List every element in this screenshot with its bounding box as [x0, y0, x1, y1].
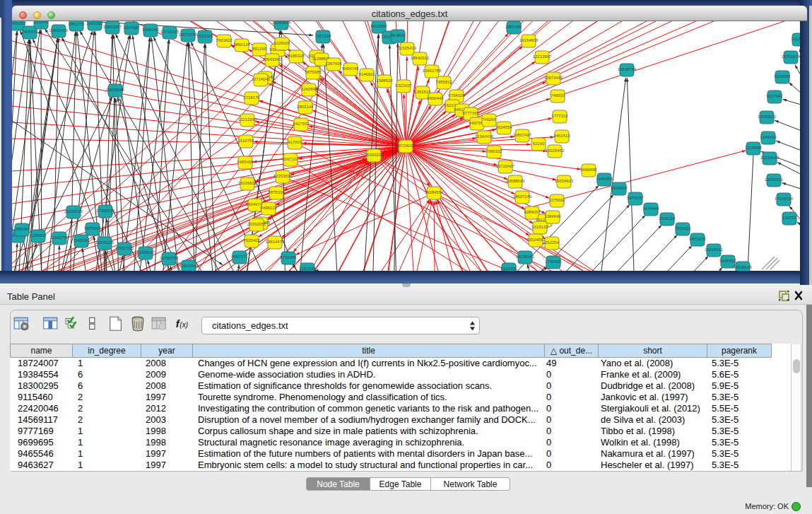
svg-text:10973493: 10973493 — [544, 76, 563, 80]
svg-text:2718170: 2718170 — [243, 95, 260, 100]
svg-text:2367608: 2367608 — [325, 62, 342, 66]
svg-text:18607249: 18607249 — [513, 194, 532, 199]
svg-text:14914479: 14914479 — [266, 240, 285, 244]
svg-text:10853267: 10853267 — [103, 25, 122, 29]
svg-text:2405572: 2405572 — [21, 30, 38, 34]
svg-text:22714041: 22714041 — [252, 77, 271, 81]
svg-text:9461513: 9461513 — [553, 134, 570, 138]
svg-text:62160: 62160 — [533, 141, 545, 146]
svg-text:16210643: 16210643 — [760, 156, 779, 160]
svg-text:13524851: 13524851 — [526, 238, 546, 242]
svg-text:6794028: 6794028 — [448, 93, 465, 98]
svg-text:20691406: 20691406 — [49, 28, 69, 33]
svg-text:10807487: 10807487 — [513, 133, 532, 137]
svg-text:12353594: 12353594 — [273, 174, 293, 178]
svg-text:8454749: 8454749 — [342, 66, 359, 71]
svg-text:9699695: 9699695 — [580, 168, 597, 172]
svg-text:1610755: 1610755 — [237, 139, 254, 143]
svg-text:2887682: 2887682 — [505, 25, 522, 29]
svg-text:12213369: 12213369 — [238, 117, 257, 122]
svg-text:19654923: 19654923 — [555, 179, 574, 183]
svg-text:15720407: 15720407 — [496, 164, 515, 168]
svg-text:20392657: 20392657 — [247, 222, 266, 226]
svg-text:21364436: 21364436 — [475, 134, 494, 139]
svg-text:917006: 917006 — [288, 140, 302, 144]
svg-text:16648784: 16648784 — [618, 67, 637, 71]
svg-text:1145194: 1145194 — [73, 238, 90, 243]
svg-text:9474444: 9474444 — [642, 206, 659, 211]
svg-text:14136141: 14136141 — [516, 255, 535, 259]
svg-text:6879197: 6879197 — [627, 196, 644, 200]
svg-text:2103351: 2103351 — [86, 21, 103, 25]
svg-text:10654112: 10654112 — [705, 247, 724, 252]
svg-text:18724007: 18724007 — [396, 144, 416, 148]
svg-text:19384554: 19384554 — [425, 190, 444, 194]
svg-text:5226055: 5226055 — [273, 41, 290, 45]
svg-text:10719155: 10719155 — [160, 30, 180, 34]
svg-text:12923446: 12923446 — [180, 264, 199, 268]
svg-text:7663822: 7663822 — [216, 38, 233, 42]
svg-text:1244419: 1244419 — [760, 135, 777, 139]
svg-text:3624554: 3624554 — [495, 125, 512, 129]
svg-text:1615132: 1615132 — [531, 225, 548, 229]
svg-text:2935114: 2935114 — [659, 216, 676, 221]
svg-text:1527602: 1527602 — [123, 25, 140, 30]
svg-text:1112674: 1112674 — [792, 37, 800, 41]
svg-text:3267110: 3267110 — [283, 157, 300, 161]
svg-text:1075692: 1075692 — [548, 198, 565, 202]
svg-text:1292344: 1292344 — [299, 267, 316, 271]
svg-text:8471676: 8471676 — [689, 237, 706, 241]
svg-text:252254: 252254 — [545, 240, 560, 245]
svg-text:7632621: 7632621 — [674, 226, 691, 230]
svg-text:10543362: 10543362 — [263, 57, 282, 62]
svg-text:9227342: 9227342 — [766, 94, 783, 98]
svg-text:964506: 964506 — [391, 33, 406, 37]
svg-text:16782759: 16782759 — [160, 256, 179, 260]
svg-text:1588520: 1588520 — [376, 78, 393, 83]
svg-text:9245652: 9245652 — [719, 259, 736, 263]
svg-text:1733426: 1733426 — [545, 259, 562, 264]
svg-text:126753: 126753 — [782, 216, 797, 220]
svg-text:9242848: 9242848 — [300, 87, 317, 91]
svg-text:10958107: 10958107 — [136, 250, 155, 255]
svg-text:29053346: 29053346 — [106, 88, 125, 92]
svg-text:10688609: 10688609 — [506, 179, 525, 183]
svg-text:5975887: 5975887 — [84, 226, 101, 230]
svg-text:7986322: 7986322 — [486, 149, 502, 153]
svg-text:6966160: 6966160 — [142, 28, 159, 32]
svg-text:9146821: 9146821 — [358, 72, 375, 76]
svg-text:6322037: 6322037 — [395, 83, 412, 88]
svg-text:8990448: 8990448 — [427, 96, 444, 100]
svg-text:9777169: 9777169 — [462, 111, 479, 115]
svg-text:1835061: 1835061 — [13, 227, 30, 231]
svg-text:12505135: 12505135 — [95, 240, 114, 245]
svg-text:3215958: 3215958 — [745, 146, 762, 150]
svg-text:12942757: 12942757 — [50, 235, 69, 240]
svg-text:8938923: 8938923 — [611, 186, 628, 190]
svg-text:8813054: 8813054 — [370, 24, 387, 28]
svg-text:(x): (x) — [180, 321, 188, 329]
svg-text:7625402: 7625402 — [243, 238, 260, 243]
svg-text:1403557: 1403557 — [12, 21, 26, 25]
svg-text:209146: 209146 — [34, 21, 49, 24]
svg-text:20206536: 20206536 — [64, 209, 83, 214]
svg-text:12213967: 12213967 — [533, 54, 552, 59]
svg-text:16671355: 16671355 — [179, 33, 198, 37]
svg-text:748500: 748500 — [551, 93, 565, 98]
svg-text:24538166: 24538166 — [734, 265, 753, 269]
svg-text:16154808: 16154808 — [519, 38, 539, 42]
svg-text:9084067: 9084067 — [524, 210, 541, 214]
svg-text:10053809: 10053809 — [272, 21, 291, 25]
svg-text:2803144: 2803144 — [297, 105, 314, 109]
svg-text:5716485: 5716485 — [280, 255, 297, 259]
svg-text:746266: 746266 — [482, 117, 497, 122]
svg-text:9123456: 9123456 — [500, 267, 517, 271]
svg-text:10025453: 10025453 — [546, 148, 565, 153]
svg-text:1965498: 1965498 — [237, 160, 254, 164]
svg-text:9457771: 9457771 — [231, 255, 248, 259]
svg-text:7955812: 7955812 — [435, 80, 452, 84]
svg-text:25300203: 25300203 — [365, 153, 384, 157]
svg-text:1861772: 1861772 — [68, 22, 85, 26]
svg-text:1084646: 1084646 — [544, 214, 561, 218]
svg-text:7515526: 7515526 — [196, 34, 213, 38]
